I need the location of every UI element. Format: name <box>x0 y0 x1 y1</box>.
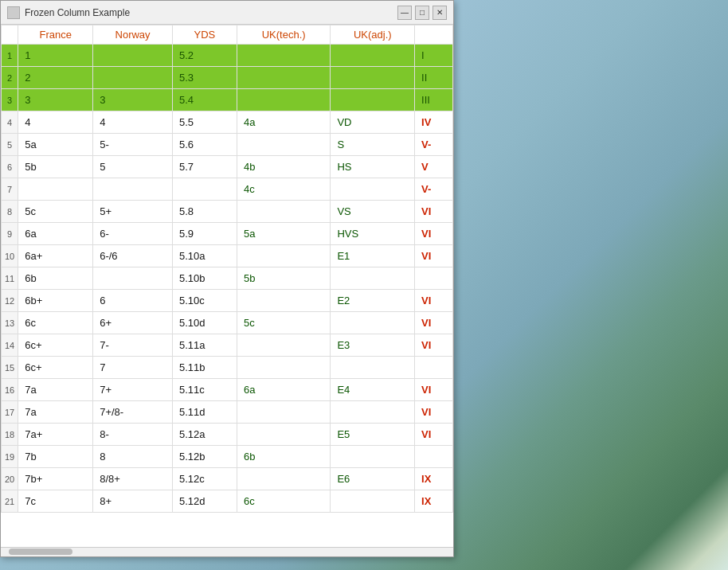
cell-france <box>18 178 93 201</box>
cell-uk-tech <box>237 201 330 223</box>
cell-norway: 6-/6 <box>93 245 173 267</box>
table-body: 115.2I225.3II3335.4III4445.54aVDIV55a5-5… <box>2 45 453 513</box>
cell-yds: 5.10b <box>172 267 237 290</box>
table-row: 167a7+5.11c6aE4VI <box>2 379 453 401</box>
cell-uk-adj: S <box>331 134 415 156</box>
cell-france: 6c+ <box>18 334 93 357</box>
close-button[interactable]: ✕ <box>432 6 447 20</box>
cell-yds: 5.7 <box>172 156 237 178</box>
cell-yds: 5.10a <box>172 245 237 267</box>
table-row: 225.3II <box>2 67 453 89</box>
cell-uiaa: VI <box>415 424 453 446</box>
cell-uk-tech <box>237 334 330 357</box>
cell-uk-tech <box>237 468 330 490</box>
window-title: Frozen Column Example <box>25 7 130 18</box>
cell-uiaa: V- <box>415 134 453 156</box>
cell-uiaa <box>415 446 453 468</box>
cell-rownum: 2 <box>2 67 18 89</box>
cell-norway: 8- <box>93 424 173 446</box>
cell-uk-tech <box>237 357 330 379</box>
scrollbar-area[interactable] <box>1 547 453 556</box>
table-row: 116b5.10b5b <box>2 267 453 290</box>
cell-france: 7c <box>18 490 93 513</box>
cell-yds: 5.5 <box>172 111 237 134</box>
cell-uk-tech: 5c <box>237 312 330 334</box>
cell-france: 7b+ <box>18 468 93 490</box>
cell-yds: 5.12d <box>172 490 237 513</box>
cell-uk-tech <box>237 89 330 111</box>
cell-france: 3 <box>18 89 93 111</box>
cell-rownum: 10 <box>2 245 18 267</box>
header-rownum <box>2 25 18 45</box>
cell-yds: 5.12a <box>172 424 237 446</box>
cell-rownum: 6 <box>2 156 18 178</box>
cell-norway: 6 <box>93 290 173 312</box>
cell-uk-adj <box>331 267 415 290</box>
cell-rownum: 21 <box>2 490 18 513</box>
cell-uk-adj <box>331 357 415 379</box>
cell-uk-tech <box>237 134 330 156</box>
table-container[interactable]: France Norway YDS UK(tech.) UK(adj.) 115… <box>1 25 453 547</box>
cell-yds: 5.11c <box>172 379 237 401</box>
cell-france: 6c+ <box>18 357 93 379</box>
cell-yds: 5.10c <box>172 290 237 312</box>
cell-norway: 7+/8- <box>93 401 173 424</box>
cell-uk-tech <box>237 401 330 424</box>
scrollbar-thumb[interactable] <box>9 549 72 555</box>
header-row: France Norway YDS UK(tech.) UK(adj.) <box>2 25 453 45</box>
cell-uk-tech: 6b <box>237 446 330 468</box>
table-row: 177a7+/8-5.11dVI <box>2 401 453 424</box>
cell-yds: 5.6 <box>172 134 237 156</box>
table-row: 146c+7-5.11aE3VI <box>2 334 453 357</box>
header-uk-tech: UK(tech.) <box>237 25 330 45</box>
cell-france: 6a <box>18 223 93 245</box>
cell-norway <box>93 45 173 67</box>
table-row: 126b+65.10cE2VI <box>2 290 453 312</box>
cell-uk-adj <box>331 401 415 424</box>
cell-rownum: 5 <box>2 134 18 156</box>
cell-yds: 5.11b <box>172 357 237 379</box>
window-icon <box>7 6 20 19</box>
cell-yds: 5.11d <box>172 401 237 424</box>
cell-uk-adj: VD <box>331 111 415 134</box>
cell-france: 7b <box>18 446 93 468</box>
cell-rownum: 17 <box>2 401 18 424</box>
cell-uk-adj <box>331 490 415 513</box>
cell-yds: 5.2 <box>172 45 237 67</box>
cell-uiaa: IX <box>415 468 453 490</box>
cell-uiaa: VI <box>415 290 453 312</box>
table-row: 106a+6-/65.10aE1VI <box>2 245 453 267</box>
minimize-button[interactable]: — <box>397 6 412 20</box>
main-window: Frozen Column Example — □ ✕ France Norwa… <box>0 0 454 557</box>
cell-rownum: 16 <box>2 379 18 401</box>
cell-uk-adj <box>331 89 415 111</box>
table-row: 136c6+5.10d5cVI <box>2 312 453 334</box>
cell-norway: 4 <box>93 111 173 134</box>
cell-rownum: 4 <box>2 111 18 134</box>
cell-yds: 5.10d <box>172 312 237 334</box>
cell-france: 5a <box>18 134 93 156</box>
cell-uiaa: V <box>415 156 453 178</box>
cell-france: 5c <box>18 201 93 223</box>
maximize-button[interactable]: □ <box>415 6 429 20</box>
cell-rownum: 20 <box>2 468 18 490</box>
table-row: 55a5-5.6SV- <box>2 134 453 156</box>
header-uk-adj: UK(adj.) <box>331 25 415 45</box>
table-row: 197b85.12b6b <box>2 446 453 468</box>
cell-uk-adj: HVS <box>331 223 415 245</box>
cell-norway: 8+ <box>93 490 173 513</box>
cell-rownum: 3 <box>2 89 18 111</box>
title-bar-controls: — □ ✕ <box>397 6 447 20</box>
cell-uk-tech: 5b <box>237 267 330 290</box>
cell-yds: 5.4 <box>172 89 237 111</box>
cell-uk-tech: 6a <box>237 379 330 401</box>
table-row: 207b+8/8+5.12cE6IX <box>2 468 453 490</box>
cell-norway: 5- <box>93 134 173 156</box>
cell-rownum: 18 <box>2 424 18 446</box>
cell-yds: 5.11a <box>172 334 237 357</box>
cell-norway <box>93 67 173 89</box>
cell-uiaa: IX <box>415 490 453 513</box>
cell-yds: 5.8 <box>172 201 237 223</box>
table-row: 115.2I <box>2 45 453 67</box>
cell-yds <box>172 178 237 201</box>
